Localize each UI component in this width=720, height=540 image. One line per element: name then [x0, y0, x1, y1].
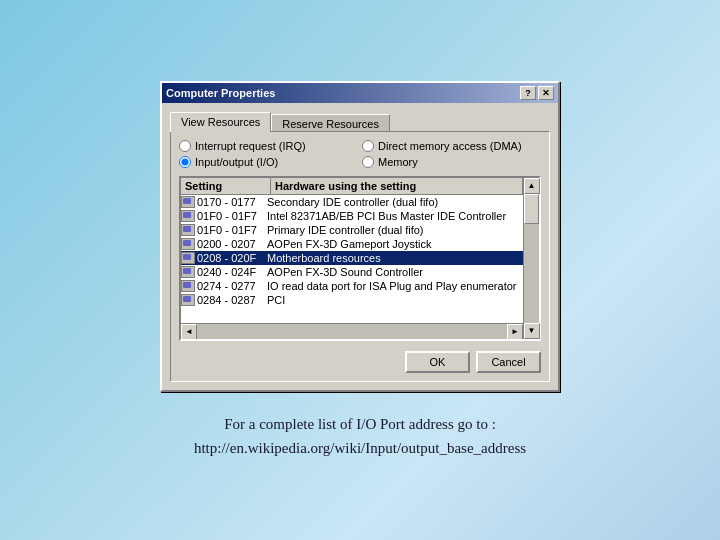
row-setting: 0240 - 024F [197, 266, 267, 278]
row-icon [181, 294, 195, 306]
row-icon [181, 196, 195, 208]
row-hardware: AOPen FX-3D Sound Controller [267, 266, 523, 278]
table-row[interactable]: 0170 - 0177 Secondary IDE controller (du… [181, 195, 523, 209]
hscroll-track[interactable] [197, 324, 507, 339]
list-body[interactable]: 0170 - 0177 Secondary IDE controller (du… [181, 195, 523, 323]
table-row[interactable]: 01F0 - 01F7 Primary IDE controller (dual… [181, 223, 523, 237]
list-inner: Setting Hardware using the setting 0170 … [181, 178, 523, 339]
title-bar-buttons: ? ✕ [520, 86, 554, 100]
table-row[interactable]: 0240 - 024F AOPen FX-3D Sound Controller [181, 265, 523, 279]
dialog-body: View Resources Reserve Resources Interru… [162, 103, 558, 390]
row-hardware: Primary IDE controller (dual fifo) [267, 224, 523, 236]
cancel-button[interactable]: Cancel [476, 351, 541, 373]
horizontal-scrollbar[interactable]: ◄ ► [181, 323, 523, 339]
row-hardware: PCI [267, 294, 523, 306]
button-row: OK Cancel [179, 351, 541, 373]
radio-io[interactable] [179, 156, 191, 168]
col-header-setting: Setting [181, 178, 271, 194]
col-header-hardware: Hardware using the setting [271, 178, 523, 194]
computer-properties-dialog: Computer Properties ? ✕ View Resources R… [160, 81, 560, 392]
row-hardware: Secondary IDE controller (dual fifo) [267, 196, 523, 208]
help-button[interactable]: ? [520, 86, 536, 100]
radio-item-dma: Direct memory access (DMA) [362, 140, 541, 152]
close-button[interactable]: ✕ [538, 86, 554, 100]
scroll-up-button[interactable]: ▲ [524, 178, 540, 194]
row-icon [181, 266, 195, 278]
row-setting: 0284 - 0287 [197, 294, 267, 306]
row-setting: 01F0 - 01F7 [197, 224, 267, 236]
caption-line1: For a complete list of I/O Port address … [194, 412, 526, 436]
row-setting: 0200 - 0207 [197, 238, 267, 250]
table-row[interactable]: 0208 - 020F Motherboard resources [181, 251, 523, 265]
title-bar: Computer Properties ? ✕ [162, 83, 558, 103]
scroll-down-button[interactable]: ▼ [524, 323, 540, 339]
radio-item-io: Input/output (I/O) [179, 156, 358, 168]
radio-item-irq: Interrupt request (IRQ) [179, 140, 358, 152]
radio-dma-label: Direct memory access (DMA) [378, 140, 522, 152]
scroll-track[interactable] [524, 194, 539, 323]
row-hardware: IO read data port for ISA Plug and Play … [267, 280, 523, 292]
caption-line2: http://en.wikipedia.org/wiki/Input/outpu… [194, 436, 526, 460]
row-icon [181, 238, 195, 250]
table-row[interactable]: 0274 - 0277 IO read data port for ISA Pl… [181, 279, 523, 293]
row-setting: 0170 - 0177 [197, 196, 267, 208]
dialog-title: Computer Properties [166, 87, 275, 99]
scroll-thumb[interactable] [524, 194, 539, 224]
radio-item-memory: Memory [362, 156, 541, 168]
list-header: Setting Hardware using the setting [181, 178, 523, 195]
table-row[interactable]: 01F0 - 01F7 Intel 82371AB/EB PCI Bus Mas… [181, 209, 523, 223]
tab-view-resources[interactable]: View Resources [170, 112, 271, 132]
row-icon [181, 252, 195, 264]
tab-bar: View Resources Reserve Resources [170, 111, 550, 131]
row-icon [181, 280, 195, 292]
row-hardware: AOPen FX-3D Gameport Joystick [267, 238, 523, 250]
row-hardware: Intel 82371AB/EB PCI Bus Master IDE Cont… [267, 210, 523, 222]
radio-dma[interactable] [362, 140, 374, 152]
radio-irq-label: Interrupt request (IRQ) [195, 140, 306, 152]
row-setting: 0274 - 0277 [197, 280, 267, 292]
row-setting: 0208 - 020F [197, 252, 267, 264]
table-row[interactable]: 0284 - 0287 PCI [181, 293, 523, 307]
row-hardware: Motherboard resources [267, 252, 523, 264]
radio-memory[interactable] [362, 156, 374, 168]
hscroll-right-button[interactable]: ► [507, 324, 523, 339]
caption: For a complete list of I/O Port address … [194, 412, 526, 460]
radio-io-label: Input/output (I/O) [195, 156, 278, 168]
row-icon [181, 210, 195, 222]
radio-memory-label: Memory [378, 156, 418, 168]
tab-content: Interrupt request (IRQ) Direct memory ac… [170, 131, 550, 382]
vertical-scrollbar[interactable]: ▲ ▼ [523, 178, 539, 339]
hscroll-left-button[interactable]: ◄ [181, 324, 197, 339]
row-icon [181, 224, 195, 236]
resource-list: Setting Hardware using the setting 0170 … [179, 176, 541, 341]
radio-group: Interrupt request (IRQ) Direct memory ac… [179, 140, 541, 168]
radio-irq[interactable] [179, 140, 191, 152]
ok-button[interactable]: OK [405, 351, 470, 373]
table-row[interactable]: 0200 - 0207 AOPen FX-3D Gameport Joystic… [181, 237, 523, 251]
row-setting: 01F0 - 01F7 [197, 210, 267, 222]
